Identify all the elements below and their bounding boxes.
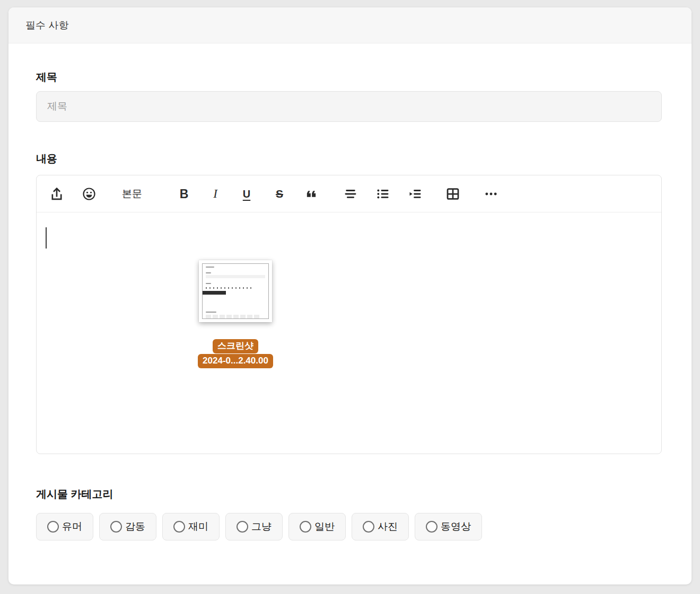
title-input[interactable] [36, 91, 662, 122]
upload-button[interactable] [47, 184, 66, 203]
indent-icon [408, 187, 423, 201]
emoji-icon [82, 187, 97, 201]
radio-icon[interactable] [47, 521, 59, 533]
thumbnail-preview [202, 263, 269, 319]
category-option-photo[interactable]: 사진 [352, 513, 409, 540]
category-option-video[interactable]: 동영상 [415, 513, 482, 540]
align-button[interactable] [341, 184, 360, 203]
radio-icon[interactable] [426, 521, 438, 533]
category-option-humor[interactable]: 유머 [36, 513, 93, 540]
category-label: 게시물 카테고리 [36, 487, 113, 501]
italic-button[interactable]: I [206, 184, 225, 203]
editor-toolbar: 본문 B I U S [37, 175, 661, 212]
category-option-touching[interactable]: 감동 [99, 513, 156, 540]
radio-icon[interactable] [173, 521, 185, 533]
category-option-fun[interactable]: 재미 [162, 513, 220, 540]
align-icon [343, 187, 358, 201]
strikethrough-button[interactable]: S [270, 184, 289, 203]
screenshot-thumbnail[interactable] [199, 260, 272, 322]
indent-button[interactable] [406, 184, 425, 203]
title-label: 제목 [36, 70, 57, 84]
category-option-whatever[interactable]: 그냥 [225, 513, 283, 540]
attachment-filename-badge: 2024-0...2.40.00 [198, 354, 273, 368]
required-fields-card: 필수 사항 제목 내용 [8, 7, 692, 584]
table-button[interactable] [443, 184, 462, 203]
bullet-list-icon [375, 187, 390, 201]
rich-text-editor: 본문 B I U S [36, 175, 662, 454]
more-options-button[interactable] [482, 184, 501, 203]
content-label: 내용 [36, 152, 57, 166]
text-caret [46, 227, 47, 249]
bullet-list-button[interactable] [373, 184, 392, 203]
upload-icon [49, 187, 64, 201]
card-header-title: 필수 사항 [25, 19, 68, 32]
paragraph-style-button[interactable]: 본문 [115, 184, 149, 203]
editor-content-area[interactable]: 스크린샷 2024-0...2.40.00 [37, 212, 661, 454]
attachment-name-badge: 스크린샷 [213, 339, 258, 353]
page-background: { "card": { "header_title": "필수 사항" }, "… [0, 0, 700, 594]
radio-icon[interactable] [363, 521, 374, 533]
radio-icon[interactable] [300, 521, 311, 533]
table-icon [445, 186, 461, 202]
radio-icon[interactable] [237, 521, 248, 533]
blockquote-button[interactable] [302, 184, 321, 203]
bold-button[interactable]: B [174, 184, 194, 203]
category-options: 유머 감동 재미 그냥 일반 사진 동영상 [36, 513, 482, 540]
blockquote-icon [304, 187, 319, 201]
dragged-attachment[interactable]: 스크린샷 2024-0...2.40.00 [177, 260, 294, 368]
category-option-general[interactable]: 일반 [288, 513, 346, 540]
radio-icon[interactable] [110, 521, 122, 533]
underline-button[interactable]: U [237, 184, 256, 203]
card-header: 필수 사항 [8, 7, 692, 43]
more-icon [484, 187, 498, 201]
emoji-button[interactable] [80, 184, 99, 203]
